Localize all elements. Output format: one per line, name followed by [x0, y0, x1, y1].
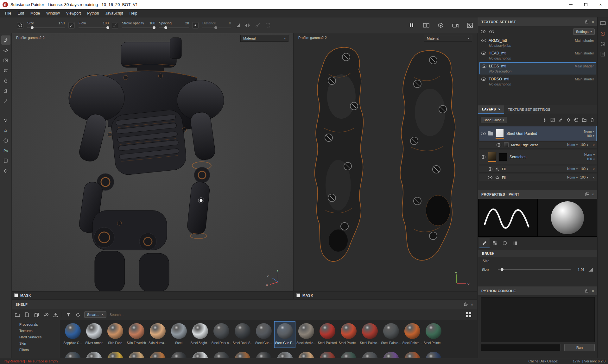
texture-set-legs[interactable]: LEGS_mtl Main shader No description — [479, 62, 596, 74]
visibility-icon[interactable] — [482, 65, 486, 68]
minimize-button[interactable] — [563, 0, 578, 9]
material-tile[interactable]: Steel Dark A... — [211, 321, 232, 348]
material-tile[interactable] — [147, 350, 168, 358]
display-settings-tool-button[interactable] — [1, 156, 10, 165]
shelf-search-input[interactable] — [110, 313, 179, 317]
material-tile[interactable]: Silver Armor — [83, 321, 104, 348]
visibility-icon[interactable] — [488, 167, 492, 171]
size-slider[interactable] — [27, 26, 65, 29]
refresh-shelf-button[interactable] — [75, 311, 81, 318]
filter-button[interactable] — [65, 311, 72, 318]
material-tile[interactable] — [359, 350, 380, 358]
smart-material-icon[interactable] — [574, 117, 579, 122]
blend-mode-dropdown[interactable]: Norm▾ — [584, 130, 594, 133]
material-tile[interactable]: Steel Dark S... — [232, 321, 253, 348]
brush-stroke-preview[interactable] — [478, 199, 538, 237]
projection-tool-button[interactable] — [1, 56, 10, 65]
opacity-dropdown[interactable]: 100▾ — [586, 134, 594, 138]
menu-javascript[interactable]: JavaScript — [102, 11, 126, 16]
menu-file[interactable]: File — [2, 11, 14, 16]
material-tile[interactable] — [317, 350, 338, 358]
category-textures[interactable]: Textures — [12, 328, 59, 334]
close-panel-icon[interactable]: × — [592, 192, 594, 196]
transform-button[interactable] — [264, 22, 271, 29]
menu-mode[interactable]: Mode — [27, 11, 43, 16]
material-picker-tool-button[interactable] — [1, 96, 10, 105]
material-tile[interactable]: Steel Gun... — [253, 321, 274, 348]
material-tile[interactable]: Skin Feverish — [126, 321, 147, 348]
tab-alpha[interactable] — [490, 238, 500, 248]
category-hard-surfaces[interactable]: Hard Surfaces — [12, 334, 59, 340]
brush-section-header[interactable]: BRUSH — [478, 250, 597, 257]
close-panel-icon[interactable]: × — [471, 303, 473, 306]
pause-engine-button[interactable] — [408, 22, 415, 28]
import-resources-button[interactable] — [52, 311, 59, 318]
opacity-dropdown[interactable]: 100▾ — [580, 143, 588, 147]
popout-icon[interactable] — [585, 21, 588, 23]
material-tile[interactable]: Steel Painte... — [338, 321, 359, 348]
material-tile[interactable] — [402, 350, 423, 358]
maximize-button[interactable] — [578, 0, 593, 9]
material-tile[interactable] — [211, 350, 232, 358]
menu-python[interactable]: Python — [84, 11, 102, 16]
blend-mode-dropdown[interactable]: Norm▾ — [567, 143, 578, 147]
popout-icon[interactable] — [585, 193, 588, 196]
polygon-fill-tool-button[interactable] — [1, 66, 10, 75]
3d-model-canvas[interactable] — [12, 33, 293, 291]
texture-set-head[interactable]: HEAD_mtl Main shader No description — [479, 50, 596, 62]
size-slider-knob[interactable] — [31, 26, 34, 29]
delete-layer-icon[interactable] — [590, 117, 595, 122]
material-tile[interactable]: Skin Huma... — [147, 321, 168, 348]
material-tile[interactable] — [126, 350, 147, 358]
remove-effect-icon[interactable]: × — [593, 176, 595, 179]
effect-thumbnail[interactable] — [504, 142, 509, 147]
close-panel-icon[interactable]: × — [592, 289, 594, 293]
eraser-tool-button[interactable] — [1, 46, 10, 55]
hide-resources-button[interactable] — [43, 311, 49, 318]
visibility-icon[interactable] — [488, 176, 492, 179]
channel-filter-dropdown[interactable]: Base Color ▾ — [481, 117, 507, 123]
spacing-knob[interactable] — [164, 26, 167, 29]
python-console-input[interactable] — [481, 344, 560, 351]
material-tile[interactable] — [104, 350, 126, 358]
material-tile[interactable]: Steel Bright... — [189, 321, 211, 348]
material-tile[interactable]: Steel Painte... — [359, 321, 380, 348]
symmetry-button[interactable] — [244, 22, 251, 29]
tab-close-icon[interactable]: × — [498, 107, 500, 111]
brush-size-slider[interactable] — [498, 268, 571, 271]
size-falloff-icon[interactable] — [588, 267, 593, 273]
material-tile-selected[interactable]: Steel Gun P... — [274, 321, 295, 348]
mask-thumbnail[interactable] — [499, 153, 507, 161]
texture-set-arms[interactable]: ARMS_mtl Main shader No description — [479, 37, 596, 49]
material-tile[interactable]: Steel Medie... — [295, 321, 317, 348]
popout-icon[interactable] — [464, 303, 467, 306]
material-tile[interactable] — [189, 350, 211, 358]
material-tile[interactable]: Sapphire C... — [62, 321, 83, 348]
solo-visibility-icon[interactable] — [489, 30, 494, 33]
tab-texture-set-settings[interactable]: TEXTURE SET SETTINGS — [504, 105, 554, 114]
category-procedurals[interactable]: Procedurals — [12, 321, 59, 328]
visibility-icon[interactable] — [481, 78, 486, 81]
tab-material[interactable] — [510, 238, 520, 248]
texture-set-settings-button[interactable]: Settings ▾ — [573, 28, 595, 35]
flow-slider-knob[interactable] — [106, 26, 109, 29]
opacity-dropdown[interactable]: 100▾ — [580, 167, 588, 171]
grid-view-icon[interactable] — [466, 312, 471, 317]
menu-window[interactable]: Window — [43, 11, 63, 16]
opacity-dropdown[interactable]: 100▾ — [580, 176, 588, 179]
log-icon[interactable] — [600, 52, 605, 57]
tab-layers[interactable]: LAYERS × — [478, 105, 504, 114]
layer-row-fill-2[interactable]: Fill Norm▾ 100▾ × — [479, 174, 597, 181]
layer-thumbnail[interactable] — [488, 152, 496, 160]
close-panel-icon[interactable]: × — [592, 20, 594, 24]
material-tile[interactable] — [274, 350, 295, 358]
layer-row-scratches[interactable]: Scratches Norm▾ 100▾ — [479, 150, 597, 164]
material-tile[interactable] — [423, 350, 444, 358]
add-effect-icon[interactable] — [542, 117, 547, 122]
3d-viewport[interactable]: Profile: gamma2-2 Material ▾ — [12, 33, 293, 299]
flow-falloff-button[interactable] — [112, 22, 118, 28]
brush-size-knob[interactable] — [501, 268, 504, 271]
material-tile[interactable] — [83, 350, 104, 358]
close-button[interactable]: × — [593, 0, 608, 9]
popout-icon[interactable] — [585, 290, 588, 292]
